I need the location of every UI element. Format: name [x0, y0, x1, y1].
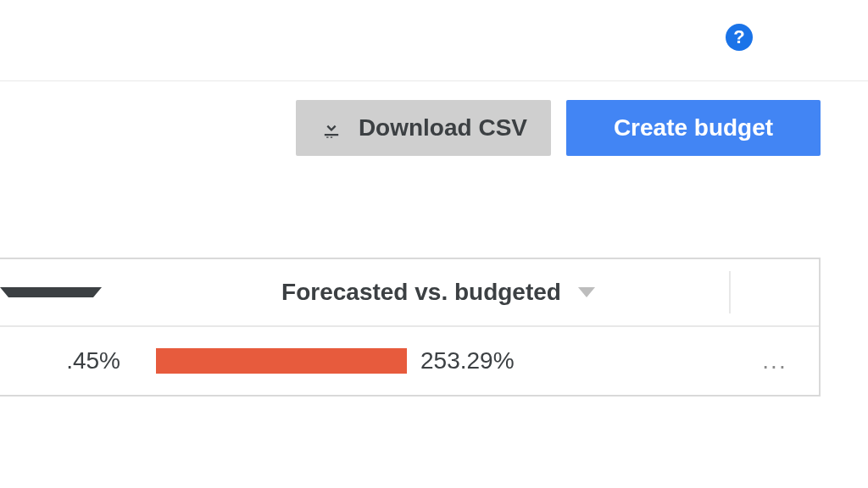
column-header-prev[interactable] — [0, 259, 146, 325]
download-csv-button[interactable]: Download CSV — [296, 100, 551, 156]
caret-down-outline-icon — [578, 287, 595, 297]
cell-forecasted: 253.29% — [146, 347, 731, 374]
progress-bar — [156, 348, 407, 374]
column-header-forecasted[interactable]: Forecasted vs. budgeted — [146, 259, 731, 325]
help-icon[interactable]: ? — [726, 24, 753, 51]
table-row: .45% 253.29% ... — [0, 327, 819, 395]
action-button-row: Download CSV Create budget — [0, 81, 868, 156]
progress-label: 253.29% — [420, 347, 515, 374]
table-header: Forecasted vs. budgeted — [0, 259, 819, 327]
cell-prev-value: .45% — [0, 347, 146, 374]
column-header-actions — [731, 259, 819, 325]
column-label: Forecasted vs. budgeted — [281, 279, 561, 306]
create-budget-label: Create budget — [614, 114, 773, 141]
create-budget-button[interactable]: Create budget — [566, 100, 821, 156]
table-body: .45% 253.29% ... — [0, 327, 819, 395]
topbar: ? — [0, 0, 868, 81]
download-csv-label: Download CSV — [359, 114, 527, 141]
download-icon — [320, 116, 343, 140]
caret-down-icon — [0, 287, 102, 297]
row-actions-button[interactable]: ... — [731, 347, 819, 374]
budget-table: Forecasted vs. budgeted .45% 253.29% ... — [0, 258, 821, 396]
